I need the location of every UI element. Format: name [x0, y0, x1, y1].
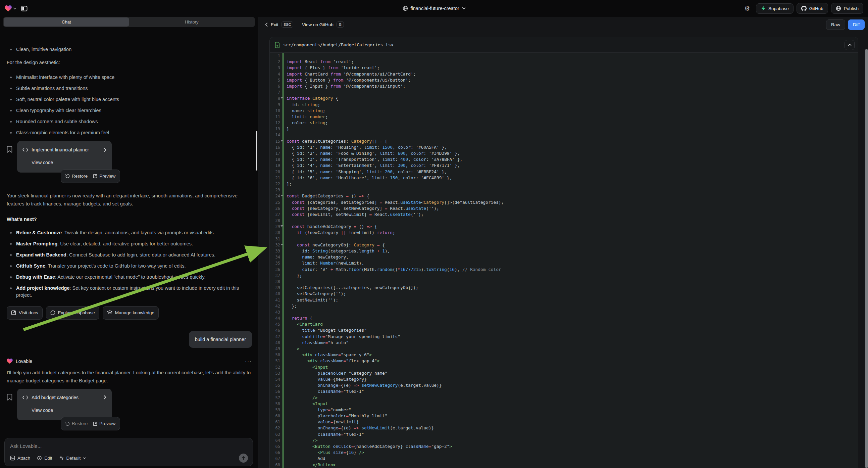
lovable-logo-menu[interactable] — [5, 5, 17, 12]
code-line: 32 const newCategoryObj: Category = { — [270, 242, 858, 248]
code-line: 49 > — [270, 346, 858, 352]
fold-caret-icon[interactable] — [280, 225, 283, 227]
list-item: Debug with Ease: Activate our experiment… — [7, 273, 252, 281]
restore-preview-bar: Restore Preview — [61, 170, 120, 183]
code-line: 15const defaultCategories: Category[] = … — [270, 138, 858, 144]
code-line: 42 }; — [270, 303, 858, 309]
version-title: Implement financial planner — [32, 146, 89, 154]
view-code-link[interactable]: View code — [32, 406, 106, 414]
edit-button[interactable]: Edit — [37, 456, 52, 461]
list-item: Add project knowledge: Set key context o… — [7, 285, 252, 299]
raw-toggle-button[interactable]: Raw — [826, 20, 845, 30]
code-line: 21 { id: '6', name: 'Healthcare', limit:… — [270, 175, 858, 181]
toggle-sidebar-button[interactable] — [19, 3, 29, 13]
code-line: 3import { Plus } from 'lucide-react'; — [270, 65, 858, 71]
view-on-github-button[interactable]: View on GitHub G — [302, 22, 344, 28]
user-message: build a financial planner — [189, 331, 252, 348]
bookmark-icon[interactable] — [7, 146, 12, 153]
code-line: 67 Add — [270, 456, 858, 462]
code-line: 31 — [270, 236, 858, 242]
view-code-link[interactable]: View code — [32, 158, 106, 167]
lovable-heart-icon — [5, 5, 12, 12]
prompt-input[interactable]: Ask Lovable... — [10, 443, 248, 449]
list-item: Soft, neutral color palette with light b… — [7, 96, 252, 103]
version-card-implement-financial-planner[interactable]: Implement financial planner View code — [17, 141, 112, 173]
code-line: 51 <div className="flex gap-4"> — [270, 358, 858, 364]
code-icon — [23, 396, 28, 400]
page-scrollbar[interactable] — [865, 49, 868, 468]
design-heading: For the design aesthetic: — [7, 58, 252, 66]
code-line: 1 — [270, 53, 858, 59]
supabase-button[interactable]: Supabase — [756, 3, 794, 14]
github-label: GitHub — [809, 6, 824, 11]
code-line: 53 placeholder="Category name" — [270, 370, 858, 376]
tab-history[interactable]: History — [129, 18, 255, 27]
code-line: 63 className="flex-1" — [270, 431, 858, 437]
preview-button[interactable]: Preview — [93, 420, 116, 428]
model-select[interactable]: Default — [59, 456, 86, 461]
code-line: 24const BudgetCategories = () => { — [270, 193, 858, 199]
code-line: 43 — [270, 309, 858, 315]
code-line: 23 — [270, 187, 858, 193]
code-line: 40 setNewCategory(''); — [270, 291, 858, 297]
code-line: 39 setCategories([...categories, newCate… — [270, 285, 858, 291]
code-line: 58 <Input — [270, 401, 858, 407]
prompt-input-box[interactable]: Ask Lovable... Attach Edit Default — [4, 438, 253, 466]
top-bar: financial-future-creator ⚙ Supabase GitH… — [0, 0, 868, 17]
diff-toggle-button[interactable]: Diff — [848, 20, 865, 30]
assistant-name: Lovable — [16, 357, 32, 365]
tab-chat[interactable]: Chat — [4, 18, 129, 27]
restore-button[interactable]: Restore — [65, 420, 88, 428]
code-line: 57 /> — [270, 395, 858, 401]
restore-button[interactable]: Restore — [65, 172, 88, 180]
code-line: 30 if (!newCategory || !newLimit) return… — [270, 230, 858, 236]
chevron-right-icon — [104, 395, 106, 400]
added-text: I've added a new budget categories manag… — [7, 435, 252, 436]
code-panel: Exit ESC View on GitHub G Raw Diff src/c… — [258, 17, 868, 468]
chevron-right-icon — [104, 148, 106, 152]
fold-caret-icon[interactable] — [280, 244, 283, 245]
list-item: Clean typography with clear hierarchies — [7, 107, 252, 114]
visit-docs-button[interactable]: Visit docs — [7, 306, 42, 320]
bookmark-icon[interactable] — [7, 393, 12, 401]
list-item: Refine & Customize: Tweak the design, an… — [7, 229, 252, 236]
publish-button[interactable]: Publish — [831, 3, 863, 14]
code-line: 66 <Plus size={16} /> — [270, 449, 858, 456]
globe-icon — [402, 6, 408, 11]
fold-caret-icon[interactable] — [280, 140, 283, 142]
code-line: 68 </Button> — [270, 462, 858, 468]
restore-preview-bar: Restore Preview — [61, 417, 120, 430]
fold-caret-icon[interactable] — [280, 97, 283, 99]
code-line: 35 limit: Number(newLimit), — [270, 260, 858, 266]
chevron-down-icon — [462, 7, 466, 10]
knowledge-box-icon — [107, 310, 113, 315]
code-line: 16 { id: '1', name: 'Housing', limit: 15… — [270, 144, 858, 150]
file-header[interactable]: src/components/budget/BudgetCategories.t… — [270, 37, 858, 53]
supabase-label: Supabase — [768, 6, 789, 11]
manage-knowledge-button[interactable]: Manage knowledge — [103, 306, 159, 320]
project-switcher[interactable]: financial-future-creator — [402, 6, 465, 11]
send-button[interactable] — [239, 454, 248, 463]
collapse-file-button[interactable] — [844, 40, 855, 50]
code-line: 18 { id: '3', name: 'Transportation', li… — [270, 156, 858, 163]
code-editor[interactable]: 12import React from 'react';3import { Pl… — [270, 53, 858, 468]
chat-history-tabs: Chat History — [3, 17, 255, 27]
attach-button[interactable]: Attach — [10, 456, 30, 461]
code-line: 41 setNewLimit(''); — [270, 297, 858, 303]
version-card-add-budget-categories[interactable]: Add budget categories View code — [17, 389, 112, 420]
fold-caret-icon[interactable] — [280, 195, 283, 196]
code-line: 8interface Category { — [270, 95, 858, 101]
github-button[interactable]: GitHub — [797, 3, 828, 14]
code-line: 26 const [newCategory, setNewCategory] =… — [270, 205, 858, 211]
explore-supabase-button[interactable]: Explore Supabase — [46, 306, 99, 320]
code-line: 37 }; — [270, 273, 858, 279]
chat-scrollbar[interactable] — [256, 131, 257, 171]
code-line: 64 /> — [270, 437, 858, 443]
code-line: 5import { Button } from '@/components/ui… — [270, 77, 858, 83]
settings-button[interactable]: ⚙ — [742, 3, 753, 14]
message-more-button[interactable]: ··· — [245, 357, 252, 365]
exit-button[interactable]: Exit ESC — [265, 22, 293, 28]
chat-sidebar: Chat History Clean, intuitive navigation… — [0, 17, 258, 468]
chat-scroll-area[interactable]: Clean, intuitive navigation For the desi… — [0, 46, 258, 436]
preview-button[interactable]: Preview — [93, 172, 116, 180]
